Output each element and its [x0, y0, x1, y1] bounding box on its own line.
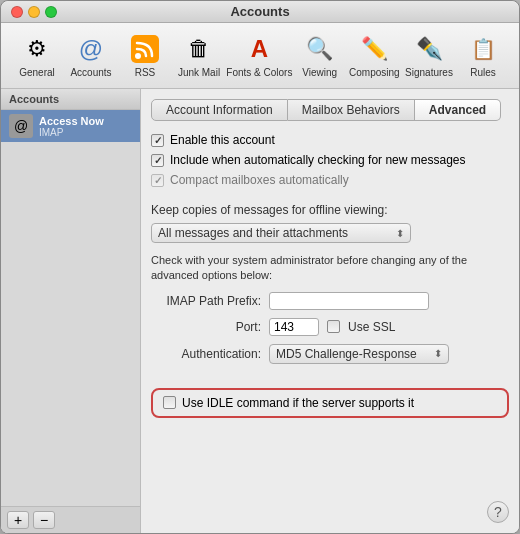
toolbar-item-accounts[interactable]: @ Accounts: [65, 29, 117, 82]
imap-path-label: IMAP Path Prefix:: [151, 294, 261, 308]
title-bar: Accounts: [1, 1, 519, 23]
composing-icon: ✏️: [358, 33, 390, 65]
toolbar-item-general[interactable]: ⚙ General: [11, 29, 63, 82]
idle-label: Use IDLE command if the server supports …: [182, 396, 414, 410]
imap-path-input[interactable]: [269, 292, 429, 310]
toolbar-label-composing: Composing: [349, 67, 400, 78]
toolbar-item-rules[interactable]: 📋 Rules: [457, 29, 509, 82]
toolbar-label-fonts-colors: Fonts & Colors: [226, 67, 292, 78]
auto-check-row: Include when automatically checking for …: [151, 153, 509, 167]
toolbar-label-signatures: Signatures: [405, 67, 453, 78]
traffic-lights: [11, 6, 57, 18]
toolbar-item-rss[interactable]: RSS: [119, 29, 171, 82]
imap-path-row: IMAP Path Prefix:: [151, 292, 509, 310]
toolbar-item-signatures[interactable]: ✒️ Signatures: [403, 29, 455, 82]
toolbar-label-accounts: Accounts: [70, 67, 111, 78]
keep-copies-value: All messages and their attachments: [158, 226, 348, 240]
toolbar-item-fonts-colors[interactable]: A Fonts & Colors: [227, 29, 292, 82]
account-avatar: @: [9, 114, 33, 138]
help-button[interactable]: ?: [487, 501, 509, 523]
maximize-button[interactable]: [45, 6, 57, 18]
keep-copies-arrow: ⬍: [396, 228, 404, 239]
toolbar-label-general: General: [19, 67, 55, 78]
auth-value: MD5 Challenge-Response: [276, 347, 417, 361]
junk-mail-icon: 🗑: [183, 33, 215, 65]
close-button[interactable]: [11, 6, 23, 18]
idle-section: Use IDLE command if the server supports …: [151, 388, 509, 418]
idle-checkbox[interactable]: [163, 396, 176, 409]
svg-rect-0: [131, 35, 159, 63]
enable-account-checkbox[interactable]: [151, 134, 164, 147]
toolbar: ⚙ General @ Accounts RSS 🗑 Junk Mail A: [1, 23, 519, 89]
main-area: Accounts @ Access Now IMAP + − Account I…: [1, 89, 519, 533]
use-ssl-label: Use SSL: [348, 320, 395, 334]
keep-copies-row: All messages and their attachments ⬍: [151, 223, 509, 243]
signatures-icon: ✒️: [413, 33, 445, 65]
sidebar-item-label: Access Now: [39, 115, 104, 127]
fonts-colors-icon: A: [243, 33, 275, 65]
content-area: Account Information Mailbox Behaviors Ad…: [141, 89, 519, 533]
tab-mailbox-behaviors[interactable]: Mailbox Behaviors: [288, 99, 415, 121]
port-label: Port:: [151, 320, 261, 334]
toolbar-label-rules: Rules: [470, 67, 496, 78]
compact-label: Compact mailboxes automatically: [170, 173, 349, 187]
sidebar-item-text: Access Now IMAP: [39, 115, 104, 138]
tab-account-information[interactable]: Account Information: [151, 99, 288, 121]
tab-advanced[interactable]: Advanced: [415, 99, 501, 121]
window-title: Accounts: [230, 4, 289, 19]
main-window: Accounts ⚙ General @ Accounts RSS 🗑: [0, 0, 520, 534]
rss-icon: [129, 33, 161, 65]
auto-check-label: Include when automatically checking for …: [170, 153, 466, 167]
sidebar-header: Accounts: [1, 89, 140, 110]
keep-copies-label: Keep copies of messages for offline view…: [151, 203, 509, 217]
sidebar-footer: + −: [1, 506, 140, 533]
svg-point-1: [135, 53, 141, 59]
add-account-button[interactable]: +: [7, 511, 29, 529]
auth-dropdown[interactable]: MD5 Challenge-Response ⬍: [269, 344, 449, 364]
auth-arrow: ⬍: [434, 348, 442, 359]
enable-account-label: Enable this account: [170, 133, 275, 147]
admin-note: Check with your system administrator bef…: [151, 253, 509, 284]
compact-checkbox[interactable]: [151, 174, 164, 187]
toolbar-item-junk-mail[interactable]: 🗑 Junk Mail: [173, 29, 225, 82]
accounts-icon: @: [75, 33, 107, 65]
toolbar-item-composing[interactable]: ✏️ Composing: [348, 29, 401, 82]
compact-row: Compact mailboxes automatically: [151, 173, 509, 187]
keep-copies-dropdown[interactable]: All messages and their attachments ⬍: [151, 223, 411, 243]
sidebar-item-account[interactable]: @ Access Now IMAP: [1, 110, 140, 142]
tab-bar: Account Information Mailbox Behaviors Ad…: [151, 99, 509, 121]
remove-account-button[interactable]: −: [33, 511, 55, 529]
auth-row: Authentication: MD5 Challenge-Response ⬍: [151, 344, 509, 364]
toolbar-label-junk-mail: Junk Mail: [178, 67, 220, 78]
enable-account-row: Enable this account: [151, 133, 509, 147]
use-ssl-checkbox[interactable]: [327, 320, 340, 333]
minimize-button[interactable]: [28, 6, 40, 18]
sidebar-item-sub: IMAP: [39, 127, 104, 138]
general-icon: ⚙: [21, 33, 53, 65]
sidebar: Accounts @ Access Now IMAP + −: [1, 89, 141, 533]
viewing-icon: 🔍: [304, 33, 336, 65]
toolbar-label-viewing: Viewing: [302, 67, 337, 78]
port-input[interactable]: [269, 318, 319, 336]
port-row: Port: Use SSL: [151, 318, 509, 336]
auth-label: Authentication:: [151, 347, 261, 361]
toolbar-item-viewing[interactable]: 🔍 Viewing: [294, 29, 346, 82]
auto-check-checkbox[interactable]: [151, 154, 164, 167]
rules-icon: 📋: [467, 33, 499, 65]
toolbar-label-rss: RSS: [135, 67, 156, 78]
